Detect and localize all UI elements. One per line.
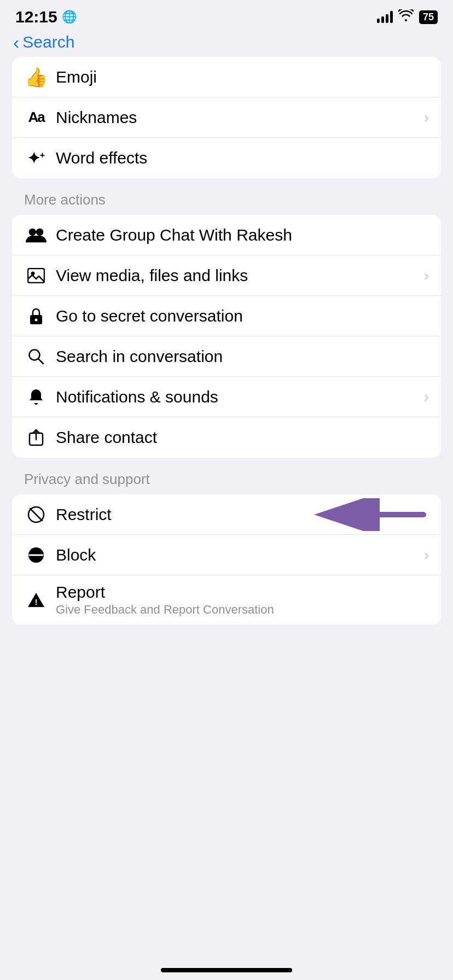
restrict-label: Restrict xyxy=(56,505,112,523)
arrow-annotation xyxy=(314,498,429,531)
notifications-chevron-icon: › xyxy=(424,388,429,406)
secret-conversation-item[interactable]: Go to secret conversation xyxy=(12,296,441,336)
share-contact-item[interactable]: Share contact xyxy=(12,417,441,458)
word-effects-label: Word effects xyxy=(56,149,147,167)
purple-arrow-svg xyxy=(314,498,429,531)
emoji-text: Emoji xyxy=(56,68,429,86)
svg-point-1 xyxy=(36,228,43,235)
secret-conversation-label: Go to secret conversation xyxy=(56,307,243,325)
block-label: Block xyxy=(56,546,96,564)
nicknames-icon: Aa xyxy=(24,109,48,126)
view-media-item[interactable]: View media, files and links › xyxy=(12,255,441,296)
svg-line-7 xyxy=(39,359,44,364)
share-contact-text: Share contact xyxy=(56,428,429,447)
svg-line-10 xyxy=(30,509,42,521)
bell-icon xyxy=(24,388,48,406)
svg-point-0 xyxy=(29,228,36,235)
globe-icon: 🌐 xyxy=(62,10,77,24)
search-conversation-item[interactable]: Search in conversation xyxy=(12,336,441,377)
view-media-label: View media, files and links xyxy=(56,266,248,284)
svg-point-5 xyxy=(35,318,38,321)
back-button[interactable]: ‹ Search xyxy=(13,33,440,51)
create-group-text: Create Group Chat With Rakesh xyxy=(56,226,429,244)
block-text: Block xyxy=(56,546,424,564)
report-label: Report xyxy=(56,583,429,602)
battery-indicator: 75 xyxy=(419,10,438,24)
word-effects-icon: ✦+ xyxy=(24,149,48,167)
search-conversation-label: Search in conversation xyxy=(56,347,223,365)
report-text: Report Give Feedback and Report Conversa… xyxy=(56,583,429,617)
block-icon xyxy=(24,546,48,564)
more-actions-header: More actions xyxy=(12,191,441,215)
report-item[interactable]: ! Report Give Feedback and Report Conver… xyxy=(12,575,441,625)
signal-bars xyxy=(377,11,393,23)
warning-icon: ! xyxy=(24,592,48,608)
customization-card: 👍 Emoji Aa Nicknames › ✦+ Word effects xyxy=(12,57,441,178)
back-chevron-icon: ‹ xyxy=(13,33,19,51)
report-sublabel: Give Feedback and Report Conversation xyxy=(56,603,429,617)
nicknames-chevron-icon: › xyxy=(424,109,429,126)
block-chevron-icon: › xyxy=(424,546,429,564)
svg-rect-2 xyxy=(28,269,44,283)
share-icon xyxy=(24,429,48,446)
nav-bar: ‹ Search xyxy=(0,30,453,57)
media-icon xyxy=(24,268,48,283)
nicknames-label: Nicknames xyxy=(56,108,137,126)
emoji-item[interactable]: 👍 Emoji xyxy=(12,57,441,97)
more-actions-card: Create Group Chat With Rakesh View media… xyxy=(12,215,441,458)
wifi-icon xyxy=(398,9,414,25)
word-effects-item[interactable]: ✦+ Word effects xyxy=(12,138,441,178)
notifications-item[interactable]: Notifications & sounds › xyxy=(12,377,441,417)
people-icon xyxy=(24,226,48,244)
word-effects-text: Word effects xyxy=(56,149,429,167)
home-indicator xyxy=(161,968,292,972)
page-content: 👍 Emoji Aa Nicknames › ✦+ Word effects xyxy=(0,57,453,625)
secret-conversation-text: Go to secret conversation xyxy=(56,307,429,325)
view-media-text: View media, files and links xyxy=(56,266,424,285)
search-conversation-text: Search in conversation xyxy=(56,347,429,366)
nicknames-text: Nicknames xyxy=(56,108,424,127)
restrict-item[interactable]: Restrict xyxy=(12,494,441,535)
status-icons: 75 xyxy=(377,9,438,25)
notifications-label: Notifications & sounds xyxy=(56,388,218,406)
emoji-icon: 👍 xyxy=(24,66,48,88)
back-label: Search xyxy=(22,33,74,51)
notifications-text: Notifications & sounds xyxy=(56,388,424,406)
view-media-chevron-icon: › xyxy=(424,267,429,284)
svg-text:!: ! xyxy=(35,598,38,606)
status-bar: 12:15 🌐 75 xyxy=(0,0,453,30)
block-item[interactable]: Block › xyxy=(12,535,441,575)
create-group-item[interactable]: Create Group Chat With Rakesh xyxy=(12,215,441,255)
privacy-support-card: Restrict xyxy=(12,494,441,625)
nicknames-item[interactable]: Aa Nicknames › xyxy=(12,97,441,138)
share-contact-label: Share contact xyxy=(56,428,157,446)
restrict-icon xyxy=(24,506,48,523)
status-time: 12:15 🌐 xyxy=(15,8,77,26)
search-icon xyxy=(24,348,48,365)
privacy-support-header: Privacy and support xyxy=(12,471,441,494)
create-group-label: Create Group Chat With Rakesh xyxy=(56,226,292,244)
emoji-label: Emoji xyxy=(56,68,97,86)
lock-icon xyxy=(24,307,48,325)
